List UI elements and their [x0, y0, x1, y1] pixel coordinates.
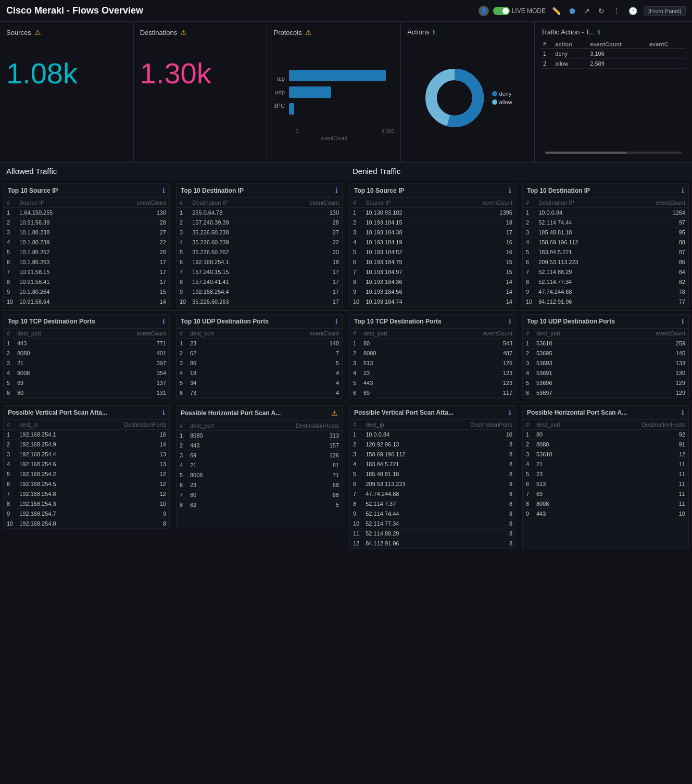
refresh-icon[interactable]: ↻: [596, 6, 607, 16]
table-row: 5 192.168.254.2 12: [4, 469, 169, 479]
cell-port: 53697: [533, 388, 605, 398]
denied-vert-scan-info: ℹ: [509, 409, 511, 416]
cell-ip: 47.74.244.68: [362, 489, 437, 499]
allowed-horiz-scan-title: Possible Horizontal Port Scan A...: [181, 409, 281, 417]
col-dest-ip: Destination IP: [189, 198, 273, 208]
cell-ip: 35.226.60.262: [189, 247, 273, 257]
cell-ip: 255.0.64.78: [189, 208, 273, 218]
cell-count: 126: [432, 358, 515, 368]
cell-count: 81: [246, 461, 342, 470]
cell-num: 2: [4, 440, 16, 450]
cell-count: 145: [605, 349, 688, 358]
denied-horiz-scan-title: Possible Horizontal Port Scan A...: [527, 409, 627, 416]
cell-num: 4: [523, 368, 533, 378]
ta-row1-eventc: [647, 49, 686, 59]
cell-num: 2: [350, 440, 362, 450]
cell-num: 6: [177, 480, 187, 490]
denied-vert-scan-panel: Possible Vertical Port Scan Atta... ℹ # …: [349, 405, 516, 549]
x-axis-0: 0: [295, 129, 298, 134]
table-row: 4 10.1.80.239 22: [4, 238, 169, 247]
col-source-ip: Source IP: [362, 198, 446, 208]
cell-count: 126: [246, 451, 342, 461]
protocol-chart: tcp udp 3PC 0 4,00: [273, 41, 394, 156]
donut-container: deny allow: [407, 40, 528, 156]
user-icon[interactable]: 👤: [479, 6, 489, 16]
from-panel-label[interactable]: [From Panel]: [644, 6, 686, 16]
cell-num: 7: [350, 267, 362, 277]
col-num: #: [523, 329, 533, 339]
table-row: 6 69 117: [350, 388, 515, 398]
table-row: 6 192.168.254.1 18: [177, 257, 342, 267]
destinations-warn-icon: ⚠: [180, 28, 187, 36]
table-row: 4 8008 354: [4, 368, 169, 378]
table-row: 5 34 4: [177, 378, 342, 388]
clock-icon: 🕐: [626, 6, 639, 16]
scroll-bar[interactable]: [545, 152, 682, 154]
sources-card: Sources ⚠ 1.08k: [0, 22, 134, 162]
cell-num: 8: [177, 277, 189, 287]
table-row: 9 10.1.80.264 15: [4, 287, 169, 297]
denied-top10-grid: Top 10 Source IP ℹ # Source IP eventCoun…: [346, 180, 692, 310]
cell-num: 6: [350, 479, 362, 489]
table-row: 2 8080 487: [350, 349, 515, 358]
cell-num: 5: [523, 378, 533, 388]
cell-count: 12: [88, 469, 169, 479]
main-sections: Allowed Traffic Top 10 Source IP ℹ # Sou…: [0, 163, 692, 552]
cell-count: 18: [446, 218, 515, 228]
pencil-icon[interactable]: ✏️: [550, 6, 563, 16]
table-row: 5 23 11: [523, 469, 688, 479]
allowed-udp-title: Top 10 UDP Destination Ports: [181, 318, 269, 325]
ta-row2-eventc: [647, 59, 686, 69]
toggle-switch[interactable]: [493, 7, 510, 15]
table-row: 4 10.193.184.19 16: [350, 238, 515, 247]
cell-port: 8008: [14, 368, 85, 378]
cell-num: 4: [177, 461, 187, 470]
denied-tcp-info: ℹ: [509, 318, 511, 325]
cell-num: 5: [4, 469, 16, 479]
cell-ip: 209.53.113.223: [362, 479, 437, 489]
table-row: 5 10.193.184.52 16: [350, 247, 515, 257]
cell-num: 3: [523, 358, 533, 368]
live-mode-toggle[interactable]: LIVE MODE: [493, 7, 546, 15]
denied-traffic-panel: Denied Traffic Top 10 Source IP ℹ # Sour…: [346, 163, 692, 552]
cell-count: 71: [246, 470, 342, 480]
tcp-label: tcp: [273, 76, 284, 82]
cell-count: 15: [446, 257, 515, 267]
cell-count: 16: [446, 238, 515, 247]
cell-num: 7: [177, 267, 189, 277]
col-dest-ip: dest_ip: [362, 420, 437, 430]
cell-num: 1: [4, 339, 14, 349]
cell-count: 82: [622, 277, 688, 287]
cell-count: 78: [622, 287, 688, 297]
denied-ports-grid: Top 10 TCP Destination Ports ℹ # dest_po…: [346, 311, 692, 402]
cell-num: 5: [523, 247, 535, 257]
filter-icon[interactable]: ⬟: [567, 6, 577, 16]
denied-horiz-scan-table: # dest_port DestinationHosts 1 80 92 2 8…: [523, 420, 688, 519]
cell-port: 80: [14, 388, 85, 398]
cell-ip: 52.114.77.34: [362, 519, 437, 529]
table-row: 4 53691 130: [523, 368, 688, 378]
cell-count: 27: [97, 228, 169, 238]
share-icon[interactable]: ↗: [582, 6, 592, 16]
cell-num: 9: [350, 509, 362, 519]
more-icon[interactable]: ⋮: [611, 6, 622, 16]
cell-count: 8: [437, 459, 515, 469]
cell-num: 8: [177, 500, 187, 510]
ta-row1-count: 3,106: [588, 49, 647, 59]
col-dest-ip: Destination IP: [535, 198, 622, 208]
cell-count: 130: [273, 208, 342, 218]
allow-dot: [492, 99, 497, 105]
cell-num: 8: [523, 499, 533, 509]
cell-count: 123: [432, 378, 515, 388]
table-row: 7 80 68: [177, 490, 342, 500]
table-row: 7 47.74.244.68 8: [350, 489, 515, 499]
cell-num: 8: [4, 277, 16, 287]
table-row: 1 80 543: [350, 339, 515, 349]
cell-count: 17: [273, 297, 342, 307]
cell-count: 20: [97, 247, 169, 257]
cell-count: 11: [592, 489, 688, 499]
cell-num: 4: [4, 238, 16, 247]
cell-ip: 192.168.254.8: [16, 489, 88, 499]
denied-tcp-panel: Top 10 TCP Destination Ports ℹ # dest_po…: [349, 314, 516, 399]
cell-ip: 10.193.184.74: [362, 297, 446, 307]
